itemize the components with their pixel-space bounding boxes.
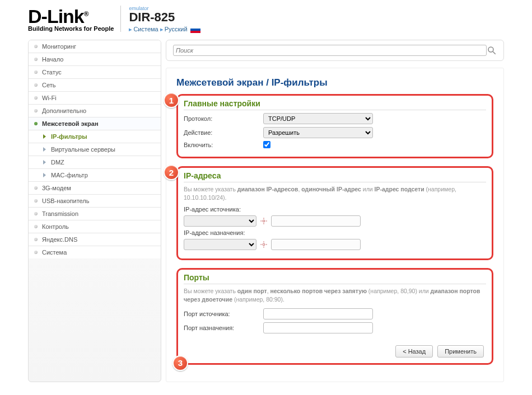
back-button[interactable]: < Назад (395, 345, 433, 358)
main-container: Мониторинг Начало Статус Сеть Wi-Fi Допо… (0, 37, 532, 384)
section3-title: Порты (184, 273, 486, 284)
sidebar-item-monitoring[interactable]: Мониторинг (29, 40, 161, 53)
badge-2: 2 (164, 164, 179, 180)
svg-point-2 (263, 220, 265, 223)
content-panel: Межсетевой экран / IP-фильтры 1 Главные … (166, 68, 504, 382)
dst-port-row: Порт назначения: (184, 322, 486, 333)
src-port-label: Порт источника: (184, 311, 263, 317)
src-ip-label: IP-адрес источника: (184, 206, 263, 213)
section1-title: Главные настройки (184, 99, 486, 110)
action-label: Действие: (184, 129, 263, 136)
target-icon[interactable] (260, 241, 268, 248)
search-input[interactable] (173, 45, 487, 56)
sidebar-item-system[interactable]: Система (29, 246, 161, 258)
protocol-label: Протокол: (184, 115, 263, 122)
breadcrumb-lang[interactable]: Русский (165, 26, 188, 32)
action-select[interactable]: Разрешить (263, 127, 373, 138)
sidebar-item-wifi[interactable]: Wi-Fi (29, 92, 161, 105)
dst-port-input[interactable] (263, 322, 373, 333)
section3-desc: Вы можете указать один порт, несколько п… (184, 287, 486, 303)
dst-ip-label: IP-адрес назначения: (184, 229, 263, 236)
product-breadcrumb: ▸Система ▸Русский (129, 26, 200, 33)
logo-tagline: Building Networks for People (28, 25, 114, 32)
src-ip-input[interactable] (271, 215, 361, 227)
src-port-input[interactable] (263, 308, 373, 319)
sidebar-subitem-mac-filter[interactable]: MAC-фильтр (29, 169, 161, 182)
sidebar-subitem-virtual-servers[interactable]: Виртуальные серверы (29, 143, 161, 156)
logo-section: D-Link® Building Networks for People (28, 6, 121, 32)
main-content: Межсетевой экран / IP-фильтры 1 Главные … (166, 40, 504, 382)
sidebar-item-status[interactable]: Статус (29, 66, 161, 79)
badge-3: 3 (172, 355, 188, 371)
apply-button[interactable]: Применить (437, 345, 484, 358)
page-title: Межсетевой экран / IP-фильтры (176, 77, 493, 88)
enable-checkbox[interactable] (263, 141, 270, 148)
dst-ip-select[interactable] (184, 239, 256, 250)
dst-port-label: Порт назначения: (184, 325, 263, 331)
src-port-row: Порт источника: (184, 308, 486, 319)
sidebar-item-network[interactable]: Сеть (29, 79, 161, 92)
button-row: < Назад Применить (395, 345, 484, 358)
section2-desc: Вы можете указать диапазон IP-адресов, о… (184, 185, 486, 201)
search-icon[interactable] (487, 45, 497, 55)
dst-ip-row (184, 239, 486, 250)
logo: D-Link® (28, 6, 114, 27)
sidebar-item-3g[interactable]: 3G-модем (29, 182, 161, 195)
sidebar: Мониторинг Начало Статус Сеть Wi-Fi Допо… (28, 40, 161, 382)
highlight-section-3: 3 Порты Вы можете указать один порт, нес… (176, 268, 493, 364)
target-icon[interactable] (260, 217, 268, 225)
sidebar-item-advanced[interactable]: Дополнительно (29, 105, 161, 117)
sidebar-item-usb[interactable]: USB-накопитель (29, 195, 161, 208)
product-name: DIR-825 (129, 10, 200, 25)
sidebar-item-start[interactable]: Начало (29, 53, 161, 66)
sidebar-item-transmission[interactable]: Transmission (29, 208, 161, 220)
logo-text: D-Link (28, 6, 84, 27)
breadcrumb-system[interactable]: Система (133, 26, 158, 32)
src-ip-label-row: IP-адрес источника: (184, 206, 486, 213)
protocol-select[interactable]: TCP/UDP (263, 113, 373, 124)
chevron-right-icon: ▸ (160, 26, 164, 32)
highlight-section-1: 1 Главные настройки Протокол: TCP/UDP Де… (176, 94, 493, 158)
header: D-Link® Building Networks for People emu… (0, 0, 532, 37)
enable-row: Включить: (184, 141, 486, 148)
sidebar-item-yandexdns[interactable]: Яндекс.DNS (29, 233, 161, 246)
flag-ru-icon (190, 26, 200, 33)
protocol-row: Протокол: TCP/UDP (184, 113, 486, 124)
dst-ip-input[interactable] (271, 239, 361, 250)
svg-point-0 (488, 47, 493, 52)
enable-label: Включить: (184, 142, 263, 148)
section2-title: IP-адреса (184, 171, 486, 182)
src-ip-row (184, 215, 486, 227)
sidebar-subitem-dmz[interactable]: DMZ (29, 156, 161, 169)
product-section: emulator DIR-825 ▸Система ▸Русский (121, 6, 200, 33)
badge-1: 1 (164, 92, 179, 108)
sidebar-item-firewall[interactable]: Межсетевой экран (29, 117, 161, 130)
chevron-right-icon: ▸ (129, 26, 132, 32)
search-box (166, 40, 504, 61)
svg-point-7 (263, 244, 265, 246)
highlight-section-2: 2 IP-адреса Вы можете указать диапазон I… (176, 166, 493, 260)
svg-line-1 (493, 51, 496, 54)
sidebar-subitem-ip-filters[interactable]: IP-фильтры (29, 130, 161, 143)
dst-ip-label-row: IP-адрес назначения: (184, 229, 486, 236)
sidebar-item-control[interactable]: Контроль (29, 220, 161, 233)
action-row: Действие: Разрешить (184, 127, 486, 138)
src-ip-select[interactable] (184, 215, 256, 227)
